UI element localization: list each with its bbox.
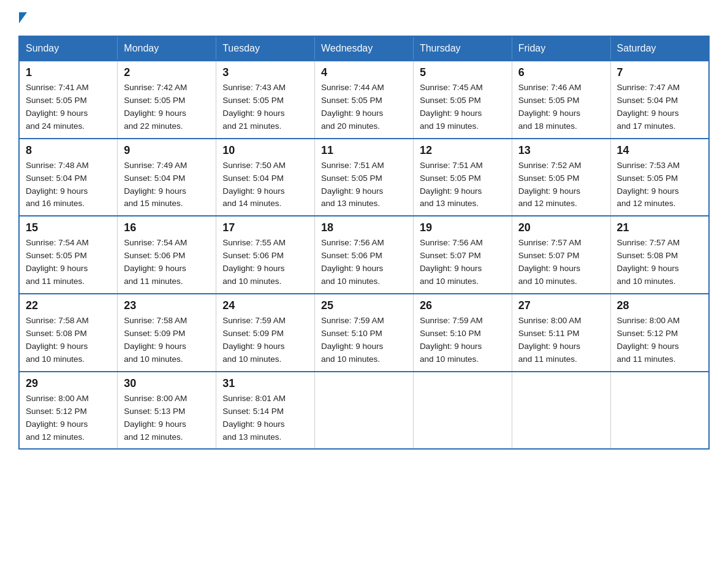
week-row-5: 29Sunrise: 8:00 AMSunset: 5:12 PMDayligh…	[19, 372, 709, 450]
calendar-cell: 18Sunrise: 7:56 AMSunset: 5:06 PMDayligh…	[315, 216, 414, 294]
day-number: 3	[222, 66, 308, 79]
day-info: Sunrise: 7:56 AMSunset: 5:06 PMDaylight:…	[321, 237, 407, 288]
day-header-monday: Monday	[118, 36, 216, 61]
calendar-cell: 10Sunrise: 7:50 AMSunset: 5:04 PMDayligh…	[216, 139, 315, 216]
day-number: 31	[222, 377, 308, 390]
day-number: 10	[222, 144, 308, 157]
calendar-cell: 12Sunrise: 7:51 AMSunset: 5:05 PMDayligh…	[413, 139, 512, 216]
day-info: Sunrise: 7:47 AMSunset: 5:04 PMDaylight:…	[617, 82, 702, 133]
calendar-cell: 29Sunrise: 8:00 AMSunset: 5:12 PMDayligh…	[19, 372, 118, 450]
day-info: Sunrise: 8:00 AMSunset: 5:12 PMDaylight:…	[26, 393, 111, 444]
logo-triangle-icon	[19, 12, 27, 23]
calendar-cell: 7Sunrise: 7:47 AMSunset: 5:04 PMDaylight…	[610, 61, 709, 139]
day-number: 28	[617, 299, 702, 312]
calendar-cell: 13Sunrise: 7:52 AMSunset: 5:05 PMDayligh…	[512, 139, 610, 216]
day-header-sunday: Sunday	[19, 36, 118, 61]
calendar-cell: 24Sunrise: 7:59 AMSunset: 5:09 PMDayligh…	[216, 294, 315, 372]
day-header-friday: Friday	[512, 36, 610, 61]
day-info: Sunrise: 7:49 AMSunset: 5:04 PMDaylight:…	[124, 159, 210, 211]
week-row-4: 22Sunrise: 7:58 AMSunset: 5:08 PMDayligh…	[19, 294, 709, 372]
calendar-cell: 6Sunrise: 7:46 AMSunset: 5:05 PMDaylight…	[512, 61, 610, 139]
logo	[18, 12, 27, 25]
week-row-1: 1Sunrise: 7:41 AMSunset: 5:05 PMDaylight…	[19, 61, 709, 139]
day-header-tuesday: Tuesday	[216, 36, 315, 61]
calendar-cell: 27Sunrise: 8:00 AMSunset: 5:11 PMDayligh…	[512, 294, 610, 372]
calendar-cell: 15Sunrise: 7:54 AMSunset: 5:05 PMDayligh…	[19, 216, 118, 294]
day-number: 23	[124, 299, 210, 312]
day-info: Sunrise: 7:54 AMSunset: 5:06 PMDaylight:…	[124, 237, 210, 288]
day-number: 22	[26, 299, 111, 312]
day-info: Sunrise: 7:59 AMSunset: 5:10 PMDaylight:…	[420, 315, 506, 366]
week-row-2: 8Sunrise: 7:48 AMSunset: 5:04 PMDaylight…	[19, 139, 709, 216]
calendar-cell: 1Sunrise: 7:41 AMSunset: 5:05 PMDaylight…	[19, 61, 118, 139]
day-number: 27	[518, 299, 604, 312]
day-info: Sunrise: 7:57 AMSunset: 5:08 PMDaylight:…	[617, 237, 702, 288]
calendar-cell: 28Sunrise: 8:00 AMSunset: 5:12 PMDayligh…	[610, 294, 709, 372]
calendar-cell: 5Sunrise: 7:45 AMSunset: 5:05 PMDaylight…	[413, 61, 512, 139]
calendar-cell: 3Sunrise: 7:43 AMSunset: 5:05 PMDaylight…	[216, 61, 315, 139]
day-number: 25	[321, 299, 407, 312]
day-info: Sunrise: 7:53 AMSunset: 5:05 PMDaylight:…	[617, 159, 702, 211]
day-info: Sunrise: 7:51 AMSunset: 5:05 PMDaylight:…	[321, 159, 407, 211]
calendar-cell: 16Sunrise: 7:54 AMSunset: 5:06 PMDayligh…	[118, 216, 216, 294]
calendar-cell: 23Sunrise: 7:58 AMSunset: 5:09 PMDayligh…	[118, 294, 216, 372]
day-number: 24	[222, 299, 308, 312]
day-number: 6	[518, 66, 604, 79]
day-info: Sunrise: 7:58 AMSunset: 5:08 PMDaylight:…	[26, 315, 111, 366]
page-header	[18, 12, 710, 25]
day-number: 2	[124, 66, 210, 79]
calendar-cell: 30Sunrise: 8:00 AMSunset: 5:13 PMDayligh…	[118, 372, 216, 450]
day-info: Sunrise: 7:43 AMSunset: 5:05 PMDaylight:…	[222, 82, 308, 133]
day-number: 8	[26, 144, 111, 157]
calendar-table: SundayMondayTuesdayWednesdayThursdayFrid…	[18, 36, 710, 450]
day-info: Sunrise: 7:58 AMSunset: 5:09 PMDaylight:…	[124, 315, 210, 366]
calendar-cell: 31Sunrise: 8:01 AMSunset: 5:14 PMDayligh…	[216, 372, 315, 450]
day-number: 21	[617, 221, 702, 234]
day-info: Sunrise: 8:00 AMSunset: 5:11 PMDaylight:…	[518, 315, 604, 366]
day-number: 12	[420, 144, 506, 157]
day-info: Sunrise: 7:59 AMSunset: 5:09 PMDaylight:…	[222, 315, 308, 366]
day-number: 26	[420, 299, 506, 312]
day-number: 20	[518, 221, 604, 234]
day-info: Sunrise: 7:59 AMSunset: 5:10 PMDaylight:…	[321, 315, 407, 366]
day-number: 16	[124, 221, 210, 234]
day-number: 5	[420, 66, 506, 79]
day-header-row: SundayMondayTuesdayWednesdayThursdayFrid…	[19, 36, 709, 61]
calendar-cell: 22Sunrise: 7:58 AMSunset: 5:08 PMDayligh…	[19, 294, 118, 372]
calendar-cell: 25Sunrise: 7:59 AMSunset: 5:10 PMDayligh…	[315, 294, 414, 372]
day-info: Sunrise: 8:00 AMSunset: 5:12 PMDaylight:…	[617, 315, 702, 366]
day-info: Sunrise: 7:46 AMSunset: 5:05 PMDaylight:…	[518, 82, 604, 133]
day-header-thursday: Thursday	[413, 36, 512, 61]
day-number: 11	[321, 144, 407, 157]
day-info: Sunrise: 8:00 AMSunset: 5:13 PMDaylight:…	[124, 393, 210, 444]
calendar-cell	[413, 372, 512, 450]
logo-image	[18, 12, 27, 26]
calendar-cell: 17Sunrise: 7:55 AMSunset: 5:06 PMDayligh…	[216, 216, 315, 294]
day-info: Sunrise: 7:42 AMSunset: 5:05 PMDaylight:…	[124, 82, 210, 133]
day-number: 19	[420, 221, 506, 234]
calendar-cell: 14Sunrise: 7:53 AMSunset: 5:05 PMDayligh…	[610, 139, 709, 216]
day-number: 14	[617, 144, 702, 157]
calendar-cell: 8Sunrise: 7:48 AMSunset: 5:04 PMDaylight…	[19, 139, 118, 216]
day-info: Sunrise: 7:55 AMSunset: 5:06 PMDaylight:…	[222, 237, 308, 288]
calendar-cell: 4Sunrise: 7:44 AMSunset: 5:05 PMDaylight…	[315, 61, 414, 139]
day-number: 15	[26, 221, 111, 234]
day-info: Sunrise: 7:57 AMSunset: 5:07 PMDaylight:…	[518, 237, 604, 288]
day-number: 1	[26, 66, 111, 79]
calendar-cell	[610, 372, 709, 450]
day-info: Sunrise: 7:51 AMSunset: 5:05 PMDaylight:…	[420, 159, 506, 211]
day-info: Sunrise: 7:50 AMSunset: 5:04 PMDaylight:…	[222, 159, 308, 211]
day-number: 7	[617, 66, 702, 79]
calendar-cell: 11Sunrise: 7:51 AMSunset: 5:05 PMDayligh…	[315, 139, 414, 216]
day-info: Sunrise: 7:54 AMSunset: 5:05 PMDaylight:…	[26, 237, 111, 288]
calendar-cell	[315, 372, 414, 450]
day-info: Sunrise: 8:01 AMSunset: 5:14 PMDaylight:…	[222, 393, 308, 444]
day-number: 4	[321, 66, 407, 79]
day-number: 29	[26, 377, 111, 390]
day-info: Sunrise: 7:56 AMSunset: 5:07 PMDaylight:…	[420, 237, 506, 288]
day-info: Sunrise: 7:48 AMSunset: 5:04 PMDaylight:…	[26, 159, 111, 211]
day-number: 13	[518, 144, 604, 157]
calendar-cell: 20Sunrise: 7:57 AMSunset: 5:07 PMDayligh…	[512, 216, 610, 294]
week-row-3: 15Sunrise: 7:54 AMSunset: 5:05 PMDayligh…	[19, 216, 709, 294]
calendar-body: 1Sunrise: 7:41 AMSunset: 5:05 PMDaylight…	[19, 61, 709, 449]
